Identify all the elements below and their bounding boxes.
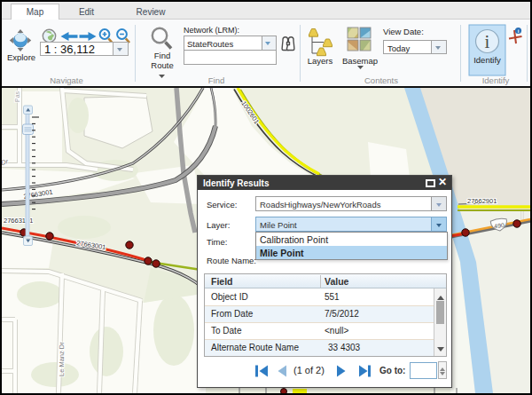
svg-text:Le Manz Dr: Le Manz Dr (58, 342, 66, 376)
svg-text:i: i (485, 31, 490, 52)
svg-text:Pas: Pas (14, 91, 20, 102)
svg-text:27662901: 27662901 (467, 197, 497, 205)
